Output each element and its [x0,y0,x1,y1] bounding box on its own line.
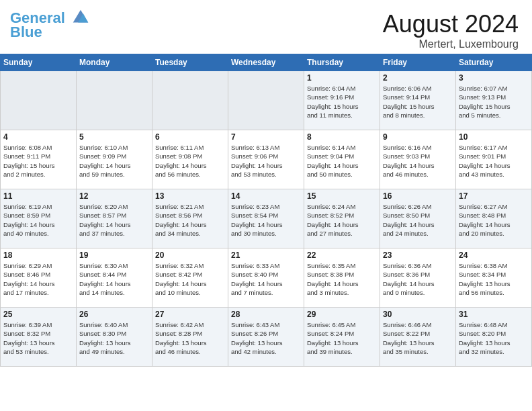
calendar-cell: 10Sunrise: 6:17 AM Sunset: 9:01 PM Dayli… [456,130,532,189]
calendar-cell: 6Sunrise: 6:11 AM Sunset: 9:08 PM Daylig… [152,130,228,189]
calendar-cell: 1Sunrise: 6:04 AM Sunset: 9:16 PM Daylig… [304,71,380,130]
day-number: 28 [231,310,301,319]
day-number: 13 [155,191,225,201]
day-info: Sunrise: 6:30 AM Sunset: 8:44 PM Dayligh… [79,261,149,297]
calendar-week-1: 1Sunrise: 6:04 AM Sunset: 9:16 PM Daylig… [1,71,532,130]
calendar-cell: 27Sunrise: 6:42 AM Sunset: 8:28 PM Dayli… [152,308,228,367]
calendar-body: 1Sunrise: 6:04 AM Sunset: 9:16 PM Daylig… [1,71,532,367]
day-info: Sunrise: 6:33 AM Sunset: 8:40 PM Dayligh… [231,261,301,297]
day-info: Sunrise: 6:27 AM Sunset: 8:48 PM Dayligh… [459,202,529,238]
calendar-cell: 4Sunrise: 6:08 AM Sunset: 9:11 PM Daylig… [1,130,77,189]
column-header-tuesday: Tuesday [152,54,228,71]
day-number: 2 [383,73,453,83]
calendar-cell: 19Sunrise: 6:30 AM Sunset: 8:44 PM Dayli… [77,248,152,308]
location: Mertert, Luxembourg [383,38,519,50]
day-number: 29 [307,310,377,319]
day-number: 24 [459,250,529,260]
calendar-cell: 11Sunrise: 6:19 AM Sunset: 8:59 PM Dayli… [1,189,77,248]
calendar-cell: 16Sunrise: 6:26 AM Sunset: 8:50 PM Dayli… [380,189,456,248]
day-info: Sunrise: 6:21 AM Sunset: 8:56 PM Dayligh… [155,202,225,238]
day-number: 12 [79,191,149,201]
day-info: Sunrise: 6:45 AM Sunset: 8:24 PM Dayligh… [307,320,377,356]
day-number: 15 [307,191,377,201]
day-number: 18 [3,250,73,260]
calendar-cell [1,71,77,130]
day-number: 20 [155,250,225,260]
day-info: Sunrise: 6:19 AM Sunset: 8:59 PM Dayligh… [3,202,73,238]
day-info: Sunrise: 6:06 AM Sunset: 9:14 PM Dayligh… [383,84,453,120]
calendar-week-5: 25Sunrise: 6:39 AM Sunset: 8:32 PM Dayli… [1,308,532,367]
day-info: Sunrise: 6:23 AM Sunset: 8:54 PM Dayligh… [231,202,301,238]
calendar-cell: 21Sunrise: 6:33 AM Sunset: 8:40 PM Dayli… [228,248,304,308]
day-number: 7 [231,132,301,142]
calendar-cell: 29Sunrise: 6:45 AM Sunset: 8:24 PM Dayli… [304,308,380,367]
day-info: Sunrise: 6:39 AM Sunset: 8:32 PM Dayligh… [3,320,73,356]
month-title: August 2024 Mertert, Luxembourg [383,10,519,50]
day-number: 19 [79,250,149,260]
day-number: 25 [3,310,73,319]
calendar-cell: 12Sunrise: 6:20 AM Sunset: 8:57 PM Dayli… [77,189,152,248]
day-info: Sunrise: 6:46 AM Sunset: 8:22 PM Dayligh… [383,320,453,356]
day-info: Sunrise: 6:10 AM Sunset: 9:09 PM Dayligh… [79,143,149,179]
day-info: Sunrise: 6:36 AM Sunset: 8:36 PM Dayligh… [383,261,453,297]
logo-icon [71,6,91,26]
day-info: Sunrise: 6:17 AM Sunset: 9:01 PM Dayligh… [459,143,529,179]
day-number: 9 [383,132,453,142]
calendar-cell: 14Sunrise: 6:23 AM Sunset: 8:54 PM Dayli… [228,189,304,248]
day-info: Sunrise: 6:26 AM Sunset: 8:50 PM Dayligh… [383,202,453,238]
page-header: General Blue August 2024 Mertert, Luxemb… [0,0,532,54]
day-info: Sunrise: 6:24 AM Sunset: 8:52 PM Dayligh… [307,202,377,238]
column-header-thursday: Thursday [304,54,380,71]
column-header-sunday: Sunday [1,54,77,71]
day-info: Sunrise: 6:29 AM Sunset: 8:46 PM Dayligh… [3,261,73,297]
calendar-week-3: 11Sunrise: 6:19 AM Sunset: 8:59 PM Dayli… [1,189,532,248]
calendar-cell: 2Sunrise: 6:06 AM Sunset: 9:14 PM Daylig… [380,71,456,130]
day-info: Sunrise: 6:20 AM Sunset: 8:57 PM Dayligh… [79,202,149,238]
calendar-cell [228,71,304,130]
day-number: 17 [459,191,529,201]
logo: General Blue [10,10,91,38]
day-number: 10 [459,132,529,142]
day-info: Sunrise: 6:48 AM Sunset: 8:20 PM Dayligh… [459,320,529,356]
calendar-cell: 18Sunrise: 6:29 AM Sunset: 8:46 PM Dayli… [1,248,77,308]
day-number: 14 [231,191,301,201]
calendar-cell: 25Sunrise: 6:39 AM Sunset: 8:32 PM Dayli… [1,308,77,367]
calendar-cell: 5Sunrise: 6:10 AM Sunset: 9:09 PM Daylig… [77,130,152,189]
column-header-friday: Friday [380,54,456,71]
calendar-cell: 13Sunrise: 6:21 AM Sunset: 8:56 PM Dayli… [152,189,228,248]
day-info: Sunrise: 6:40 AM Sunset: 8:30 PM Dayligh… [79,320,149,356]
day-info: Sunrise: 6:13 AM Sunset: 9:06 PM Dayligh… [231,143,301,179]
calendar-cell: 8Sunrise: 6:14 AM Sunset: 9:04 PM Daylig… [304,130,380,189]
day-info: Sunrise: 6:14 AM Sunset: 9:04 PM Dayligh… [307,143,377,179]
calendar-week-4: 18Sunrise: 6:29 AM Sunset: 8:46 PM Dayli… [1,248,532,308]
calendar-cell: 26Sunrise: 6:40 AM Sunset: 8:30 PM Dayli… [77,308,152,367]
calendar-cell: 30Sunrise: 6:46 AM Sunset: 8:22 PM Dayli… [380,308,456,367]
day-number: 4 [3,132,73,142]
day-info: Sunrise: 6:07 AM Sunset: 9:13 PM Dayligh… [459,84,529,120]
day-number: 30 [383,310,453,319]
day-info: Sunrise: 6:42 AM Sunset: 8:28 PM Dayligh… [155,320,225,356]
day-number: 22 [307,250,377,260]
calendar-cell: 9Sunrise: 6:16 AM Sunset: 9:03 PM Daylig… [380,130,456,189]
calendar-cell: 15Sunrise: 6:24 AM Sunset: 8:52 PM Dayli… [304,189,380,248]
day-number: 21 [231,250,301,260]
logo-blue: Blue [10,26,91,38]
day-info: Sunrise: 6:43 AM Sunset: 8:26 PM Dayligh… [231,320,301,356]
day-number: 5 [79,132,149,142]
day-info: Sunrise: 6:16 AM Sunset: 9:03 PM Dayligh… [383,143,453,179]
calendar: SundayMondayTuesdayWednesdayThursdayFrid… [0,54,532,367]
day-info: Sunrise: 6:32 AM Sunset: 8:42 PM Dayligh… [155,261,225,297]
column-header-monday: Monday [77,54,152,71]
day-info: Sunrise: 6:11 AM Sunset: 9:08 PM Dayligh… [155,143,225,179]
day-info: Sunrise: 6:35 AM Sunset: 8:38 PM Dayligh… [307,261,377,297]
calendar-cell: 23Sunrise: 6:36 AM Sunset: 8:36 PM Dayli… [380,248,456,308]
day-number: 16 [383,191,453,201]
day-number: 31 [459,310,529,319]
calendar-cell: 20Sunrise: 6:32 AM Sunset: 8:42 PM Dayli… [152,248,228,308]
day-number: 27 [155,310,225,319]
day-info: Sunrise: 6:38 AM Sunset: 8:34 PM Dayligh… [459,261,529,297]
calendar-cell: 17Sunrise: 6:27 AM Sunset: 8:48 PM Dayli… [456,189,532,248]
calendar-cell [152,71,228,130]
calendar-cell: 24Sunrise: 6:38 AM Sunset: 8:34 PM Dayli… [456,248,532,308]
column-header-wednesday: Wednesday [228,54,304,71]
